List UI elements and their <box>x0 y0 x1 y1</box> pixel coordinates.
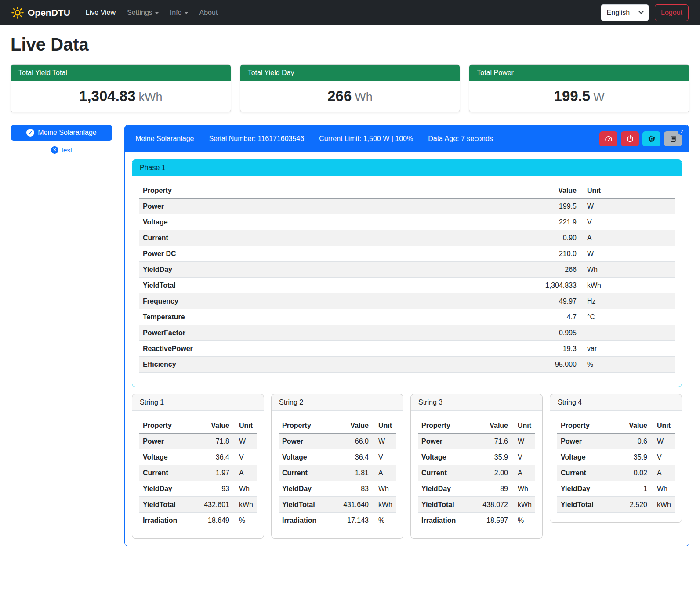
unit-cell: % <box>511 513 535 528</box>
unit-cell: V <box>651 449 675 465</box>
summary-unit: Wh <box>355 90 373 104</box>
column-header-value: Value <box>337 418 372 434</box>
value-cell: 18.649 <box>198 513 233 528</box>
summary-card-title: Total Yield Total <box>11 65 231 81</box>
language-value: English <box>607 9 630 17</box>
property-cell: Current <box>279 465 337 481</box>
value-cell: 431.640 <box>337 497 372 513</box>
summary-card-total-power: Total Power 199.5W <box>469 64 689 112</box>
logout-button[interactable]: Logout <box>655 4 689 21</box>
table-row: YieldTotal438.072kWh <box>418 497 535 513</box>
summary-cards: Total Yield Total 1,304.83kWh Total Yiel… <box>11 64 689 112</box>
summary-value: 199.5 <box>554 88 591 104</box>
inverter-select-button[interactable]: ✓ Meine Solaranlage <box>11 125 112 141</box>
power-control-button[interactable] <box>621 131 639 146</box>
inverter-item-test[interactable]: ✕ test <box>11 146 112 154</box>
property-cell: Temperature <box>139 309 523 325</box>
table-row: YieldDay1Wh <box>557 481 675 497</box>
property-cell: Irradiation <box>139 513 198 528</box>
check-circle-icon: ✓ <box>26 129 34 137</box>
phase-panel: Phase 1 Property Value Unit Power199.5WV… <box>132 159 682 387</box>
value-cell: 266 <box>523 262 580 278</box>
unit-cell: W <box>651 434 675 449</box>
value-cell: 0.6 <box>616 434 651 449</box>
brand-name: OpenDTU <box>28 7 70 18</box>
table-row: Power199.5W <box>139 199 675 214</box>
value-cell: 0.02 <box>616 465 651 481</box>
inverter-name: Meine Solaranlage <box>135 135 194 143</box>
table-row: PowerFactor0.995 <box>139 325 675 341</box>
unit-cell: Hz <box>580 293 675 309</box>
string-title: String 1 <box>132 394 264 411</box>
unit-cell: V <box>580 214 675 230</box>
table-row: Power66.0W <box>279 434 396 449</box>
journal-icon <box>669 135 677 143</box>
property-cell: YieldDay <box>557 481 616 497</box>
table-row: YieldDay83Wh <box>279 481 396 497</box>
language-select[interactable]: English <box>601 4 649 21</box>
nav-settings[interactable]: Settings <box>121 5 164 20</box>
property-cell: Current <box>418 465 476 481</box>
navbar-right: English Logout <box>601 4 689 21</box>
unit-cell: % <box>580 357 675 373</box>
column-header-value: Value <box>616 418 651 434</box>
value-cell: 83 <box>337 481 372 497</box>
x-circle-icon: ✕ <box>51 146 58 154</box>
property-cell: Power DC <box>139 246 523 262</box>
value-cell: 2.520 <box>616 497 651 513</box>
property-cell: YieldDay <box>279 481 337 497</box>
value-cell: 71.6 <box>476 434 511 449</box>
nav-info[interactable]: Info <box>164 5 194 20</box>
unit-cell: A <box>372 465 396 481</box>
value-cell: 0.90 <box>523 230 580 246</box>
summary-unit: W <box>593 90 604 104</box>
string-table: Property Value Unit Power71.6WVoltage35.… <box>418 418 535 528</box>
inverter-limit: Current Limit: 1,500 W | 100% <box>319 135 413 143</box>
unit-cell: kWh <box>233 497 257 513</box>
limit-settings-button[interactable] <box>599 131 617 146</box>
string-title: String 4 <box>550 394 682 411</box>
value-cell: 210.0 <box>523 246 580 262</box>
strings-grid: String 1 Property Value Unit <box>132 394 682 539</box>
value-cell: 71.8 <box>198 434 233 449</box>
table-row: Efficiency95.000% <box>139 357 675 373</box>
column-header-value: Value <box>476 418 511 434</box>
unit-cell: W <box>580 246 675 262</box>
brand[interactable]: OpenDTU <box>11 7 70 19</box>
page-title: Live Data <box>11 35 689 54</box>
property-cell: Irradiation <box>279 513 337 528</box>
table-header-row: Property Value Unit <box>418 418 535 434</box>
unit-cell: V <box>233 449 257 465</box>
value-cell: 66.0 <box>337 434 372 449</box>
table-row: Power71.6W <box>418 434 535 449</box>
event-log-button[interactable]: 2 <box>664 131 682 146</box>
value-cell: 19.3 <box>523 341 580 357</box>
property-cell: Frequency <box>139 293 523 309</box>
device-info-button[interactable] <box>642 131 660 146</box>
table-row: Current0.90A <box>139 230 675 246</box>
unit-cell: kWh <box>372 497 396 513</box>
string-table: Property Value Unit Power0.6WVoltage35.9… <box>557 418 675 513</box>
table-row: Power71.8W <box>139 434 257 449</box>
property-cell: Voltage <box>557 449 616 465</box>
property-cell: Current <box>139 230 523 246</box>
inverter-card-header: Meine Solaranlage Serial Number: 1161716… <box>125 125 689 152</box>
chevron-down-icon <box>638 9 643 14</box>
column-header-property: Property <box>139 418 198 434</box>
nav-live-view[interactable]: Live View <box>80 5 121 20</box>
value-cell: 36.4 <box>198 449 233 465</box>
value-cell: 1.81 <box>337 465 372 481</box>
table-header-row: Property Value Unit <box>139 418 257 434</box>
nav-about[interactable]: About <box>194 5 224 20</box>
property-cell: Current <box>139 465 198 481</box>
property-cell: Power <box>139 434 198 449</box>
unit-cell: kWh <box>511 497 535 513</box>
table-row: YieldTotal432.601kWh <box>139 497 257 513</box>
column-header-property: Property <box>557 418 616 434</box>
unit-cell <box>580 325 675 341</box>
unit-cell: kWh <box>651 497 675 513</box>
unit-cell: A <box>651 465 675 481</box>
column-header-unit: Unit <box>580 183 675 199</box>
table-row: Irradiation18.597% <box>418 513 535 528</box>
property-cell: Power <box>139 199 523 214</box>
